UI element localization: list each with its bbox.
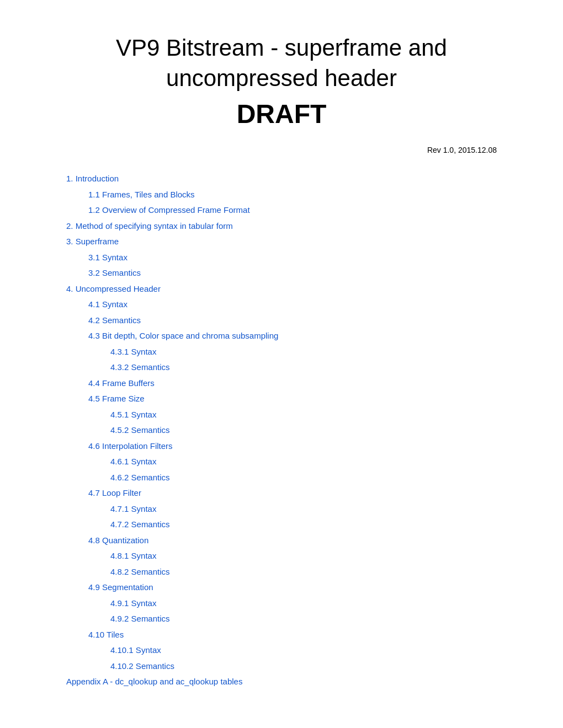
toc-link[interactable]: 4.7.2 Semantics xyxy=(110,517,497,533)
table-of-contents: 1. Introduction1.1 Frames, Tiles and Blo… xyxy=(66,171,497,690)
toc-link[interactable]: 4.8.2 Semantics xyxy=(110,564,497,580)
toc-link[interactable]: 4.6.1 Syntax xyxy=(110,454,497,470)
toc-link[interactable]: 4.6.2 Semantics xyxy=(110,470,497,486)
toc-link[interactable]: 4.7.1 Syntax xyxy=(110,501,497,517)
toc-link[interactable]: 4.6 Interpolation Filters xyxy=(88,438,497,454)
toc-link[interactable]: 4.5.1 Syntax xyxy=(110,407,497,423)
toc-link[interactable]: 4.5 Frame Size xyxy=(88,391,497,407)
toc-link[interactable]: 4.5.2 Semantics xyxy=(110,422,497,438)
toc-link[interactable]: 4.10.1 Syntax xyxy=(110,643,497,659)
toc-link[interactable]: 4.3 Bit depth, Color space and chroma su… xyxy=(88,328,497,344)
toc-link[interactable]: 3.2 Semantics xyxy=(88,265,497,281)
toc-link[interactable]: 4.4 Frame Buffers xyxy=(88,376,497,392)
toc-link[interactable]: 4.9.2 Semantics xyxy=(110,611,497,627)
title-section: VP9 Bitstream - superframe and uncompres… xyxy=(66,33,497,129)
main-title: VP9 Bitstream - superframe and uncompres… xyxy=(66,33,497,93)
toc-link[interactable]: 4.1 Syntax xyxy=(88,297,497,313)
toc-link[interactable]: 2. Method of specifying syntax in tabula… xyxy=(66,218,497,234)
revision-text: Rev 1.0, 2015.12.08 xyxy=(427,146,497,154)
toc-link[interactable]: 4.9 Segmentation xyxy=(88,580,497,596)
toc-link[interactable]: 3.1 Syntax xyxy=(88,250,497,266)
toc-link[interactable]: 4.10.2 Semantics xyxy=(110,659,497,675)
toc-link[interactable]: 4.10 Tiles xyxy=(88,627,497,643)
toc-link[interactable]: 4.7 Loop Filter xyxy=(88,485,497,501)
toc-link[interactable]: 4.2 Semantics xyxy=(88,313,497,329)
toc-link[interactable]: 4.3.2 Semantics xyxy=(110,360,497,376)
revision-line: Rev 1.0, 2015.12.08 xyxy=(66,146,497,154)
toc-link[interactable]: 1. Introduction xyxy=(66,171,497,187)
toc-link[interactable]: 1.2 Overview of Compressed Frame Format xyxy=(88,202,497,218)
draft-title: DRAFT xyxy=(66,99,497,129)
toc-link[interactable]: 4.8.1 Syntax xyxy=(110,548,497,564)
toc-link[interactable]: 3. Superframe xyxy=(66,234,497,250)
toc-link[interactable]: 1.1 Frames, Tiles and Blocks xyxy=(88,187,497,203)
toc-link[interactable]: 4.3.1 Syntax xyxy=(110,344,497,360)
toc-link[interactable]: 4.9.1 Syntax xyxy=(110,596,497,612)
toc-link[interactable]: 4.8 Quantization xyxy=(88,533,497,549)
toc-link[interactable]: 4. Uncompressed Header xyxy=(66,281,497,297)
toc-link[interactable]: Appendix A - dc_qlookup and ac_qlookup t… xyxy=(66,674,497,690)
